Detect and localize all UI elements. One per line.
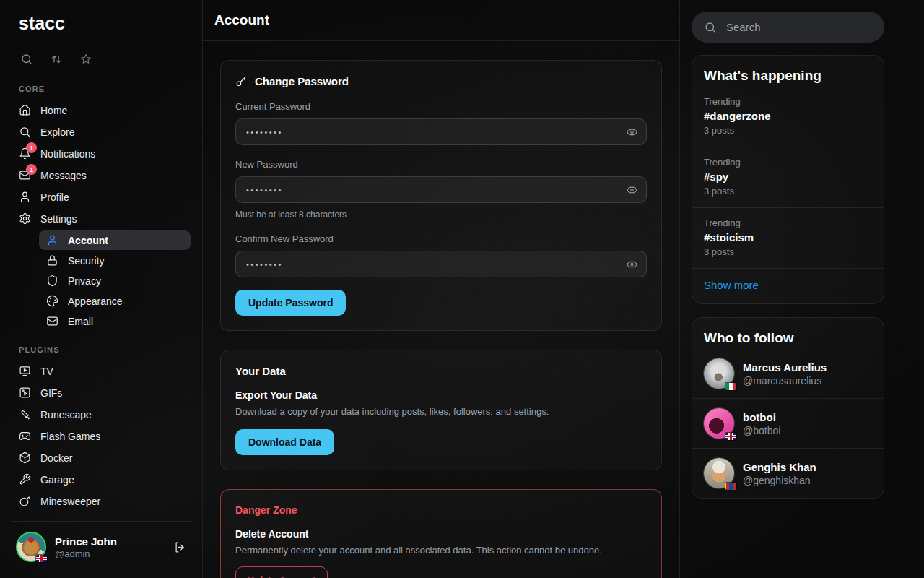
trend-post-count: 3 posts: [704, 125, 872, 136]
whats-happening-card: What's happening Trending #dangerzone 3 …: [692, 55, 884, 304]
key-icon: [235, 75, 248, 87]
settings-subnav: Account Security Privacy Appearance Emai…: [32, 230, 191, 331]
avatar: [704, 458, 734, 488]
core-nav: Home Explore 1 Notifications 1 Messages …: [0, 99, 202, 332]
current-user-row[interactable]: Prince John @admin: [12, 521, 191, 578]
sidebar-item-gifs[interactable]: GIFs: [12, 382, 191, 403]
update-password-button[interactable]: Update Password: [235, 290, 346, 316]
export-data-description: Download a copy of your data including p…: [235, 406, 647, 417]
sidebar-item-label: Home: [40, 105, 67, 116]
follow-suggestion-genghiskhan[interactable]: Genghis Khan @genghiskhan: [692, 448, 884, 498]
sidebar-item-account[interactable]: Account: [39, 230, 191, 250]
delete-account-description: Permanently delete your account and all …: [235, 545, 647, 556]
user-name: Prince John: [55, 535, 117, 549]
sidebar-item-minesweeper[interactable]: Minesweeper: [12, 491, 191, 512]
core-section-label: CORE: [0, 72, 202, 99]
sidebar-item-label: Appearance: [68, 296, 123, 307]
trend-post-count: 3 posts: [704, 246, 872, 257]
eye-icon: [626, 184, 638, 196]
sidebar-item-docker[interactable]: Docker: [12, 447, 191, 468]
sidebar-toolbar: [0, 34, 202, 72]
sidebar-item-label: TV: [40, 366, 53, 377]
notification-badge: 1: [26, 142, 37, 153]
uk-flag-badge: [36, 555, 47, 562]
confirm-password-field[interactable]: [235, 251, 647, 277]
change-password-card: Change Password Current Password New Pas…: [220, 60, 662, 331]
toggle-confirm-password-visibility[interactable]: [626, 258, 638, 270]
avatar: [704, 358, 734, 389]
eye-icon: [626, 126, 638, 138]
sidebar-item-runescape[interactable]: Runescape: [12, 404, 191, 425]
trending-item[interactable]: Trending #dangerzone 3 posts: [692, 87, 884, 147]
trend-category: Trending: [704, 157, 872, 168]
sidebar-item-tv[interactable]: TV: [12, 361, 191, 381]
follow-handle: @botboi: [743, 425, 780, 436]
sidebar-item-home[interactable]: Home: [12, 100, 191, 121]
sidebar-item-security[interactable]: Security: [39, 251, 191, 270]
current-password-field[interactable]: [235, 118, 647, 145]
change-password-title-row: Change Password: [235, 75, 647, 87]
whats-happening-title: What's happening: [692, 56, 884, 87]
trend-category: Trending: [704, 96, 872, 107]
current-password-label: Current Password: [235, 101, 647, 112]
follow-suggestion-marcusaurelius[interactable]: Marcus Aurelius @marcusaurelius: [692, 349, 884, 398]
search-icon: [704, 21, 717, 34]
show-more-link[interactable]: Show more: [692, 268, 884, 303]
sidebar-item-garage[interactable]: Garage: [12, 469, 191, 490]
delete-account-heading: Delete Account: [235, 528, 647, 540]
user-icon: [46, 234, 58, 246]
follow-handle: @genghiskhan: [743, 475, 816, 486]
logout-button[interactable]: [173, 540, 186, 554]
user-handle: @admin: [55, 548, 117, 559]
search-input[interactable]: [726, 21, 872, 33]
toggle-current-password-visibility[interactable]: [626, 126, 638, 138]
delete-account-button[interactable]: Delete Account: [235, 566, 328, 578]
star-icon[interactable]: [79, 53, 92, 66]
tv-icon: [19, 365, 31, 377]
search-icon[interactable]: [20, 53, 33, 66]
gamepad-icon: [19, 430, 31, 442]
box-icon: [19, 452, 31, 464]
download-data-button[interactable]: Download Data: [235, 429, 334, 455]
who-to-follow-card: Who to follow Marcus Aurelius @marcusaur…: [692, 317, 884, 499]
sidebar-item-privacy[interactable]: Privacy: [39, 271, 191, 290]
lock-icon: [46, 254, 58, 267]
export-data-heading: Export Your Data: [235, 389, 647, 401]
gif-icon: [19, 387, 31, 399]
sort-icon[interactable]: [50, 53, 63, 66]
sidebar-item-appearance[interactable]: Appearance: [39, 291, 191, 311]
toggle-new-password-visibility[interactable]: [626, 184, 638, 196]
sidebar-item-label: Garage: [40, 474, 74, 486]
password-hint: Must be at least 8 characters: [235, 210, 647, 220]
trending-item[interactable]: Trending #stoicism 3 posts: [692, 207, 884, 268]
sidebar-item-notifications[interactable]: 1 Notifications: [12, 143, 191, 164]
user-icon: [19, 191, 31, 203]
confirm-password-label: Confirm New Password: [235, 233, 647, 244]
sidebar-item-label: GIFs: [40, 387, 62, 399]
trend-post-count: 3 posts: [704, 186, 872, 197]
card-title: Change Password: [255, 75, 349, 87]
sidebar-item-explore[interactable]: Explore: [12, 121, 191, 142]
sidebar-item-email[interactable]: Email: [39, 311, 191, 331]
trend-category: Trending: [704, 217, 872, 228]
new-password-label: New Password: [235, 159, 647, 170]
plugins-section-label: PLUGINS: [0, 332, 202, 360]
sidebar-item-label: Email: [68, 316, 93, 327]
new-password-field[interactable]: [235, 176, 647, 203]
sidebar-item-messages[interactable]: 1 Messages: [12, 165, 191, 186]
sidebar-item-label: Explore: [40, 126, 74, 138]
sidebar-item-label: Notifications: [40, 148, 95, 160]
sidebar-item-settings[interactable]: Settings: [12, 208, 191, 229]
sidebar-item-profile[interactable]: Profile: [12, 186, 191, 207]
sidebar-item-label: Runescape: [40, 409, 92, 420]
sidebar-item-label: Security: [68, 255, 105, 267]
sidebar-item-flash-games[interactable]: Flash Games: [12, 426, 191, 447]
avatar: [16, 532, 46, 562]
plugins-nav: TV GIFs Runescape Flash Games Docker Gar…: [0, 360, 202, 512]
home-icon: [19, 104, 31, 116]
app-logo: stacc: [0, 0, 202, 34]
follow-suggestion-botboi[interactable]: botboi @botboi: [692, 398, 884, 448]
trending-item[interactable]: Trending #spy 3 posts: [692, 147, 884, 207]
search-bar[interactable]: [692, 12, 884, 43]
main-header: Account: [203, 0, 679, 41]
